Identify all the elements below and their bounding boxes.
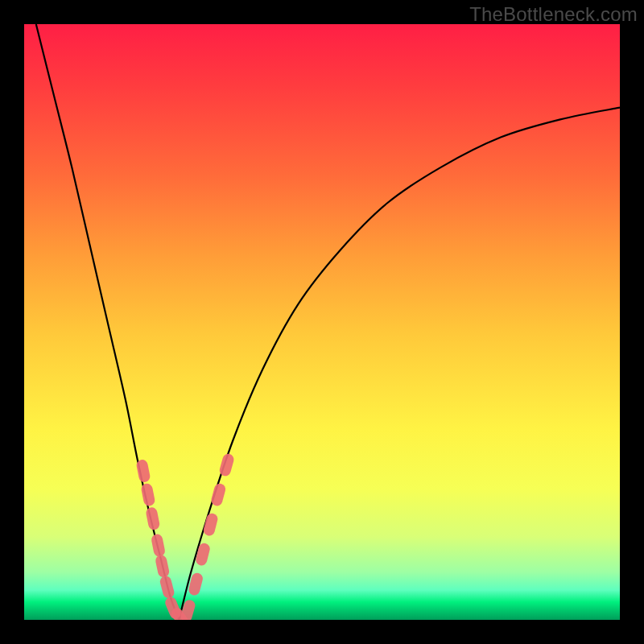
svg-rect-1 (140, 482, 155, 506)
data-marker (155, 554, 171, 578)
data-marker (218, 452, 235, 477)
data-marker (202, 512, 219, 537)
svg-rect-2 (145, 506, 160, 530)
svg-rect-3 (151, 533, 166, 557)
data-marker (159, 575, 175, 600)
data-marker (145, 506, 160, 530)
chart-frame: TheBottleneck.com (0, 0, 644, 644)
data-marker (210, 482, 227, 507)
svg-rect-0 (135, 459, 151, 483)
svg-rect-13 (218, 452, 235, 477)
svg-rect-10 (195, 542, 211, 567)
svg-rect-5 (159, 575, 175, 600)
left-curve (36, 24, 180, 620)
svg-rect-12 (210, 482, 227, 507)
right-curve (179, 108, 620, 620)
data-marker (135, 459, 151, 483)
watermark-text: TheBottleneck.com (469, 3, 638, 26)
svg-rect-11 (202, 512, 219, 537)
data-marker (195, 542, 211, 567)
data-marker (151, 533, 166, 557)
plot-area (24, 24, 620, 620)
chart-svg (24, 24, 620, 620)
svg-rect-4 (155, 554, 171, 578)
data-marker (140, 482, 155, 506)
